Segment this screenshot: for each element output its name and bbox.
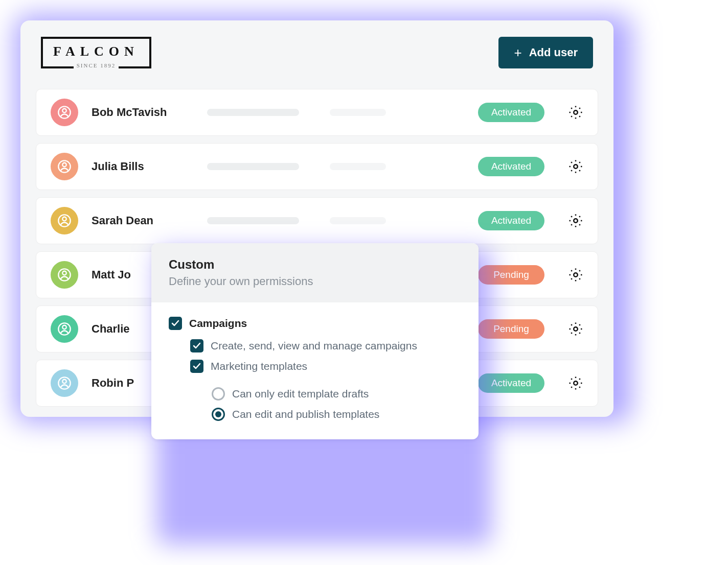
permission-item: Create, send, view and manage campaigns bbox=[190, 339, 461, 352]
status-badge: Activated bbox=[478, 157, 544, 176]
radio-edit-publish[interactable] bbox=[212, 408, 225, 421]
user-name: Sarah Dean bbox=[92, 214, 194, 227]
brand-logo: FALCON SINCE 1892 bbox=[41, 37, 151, 68]
radio-label: Can only edit template drafts bbox=[232, 388, 369, 400]
radio-group: Can only edit template drafts Can edit a… bbox=[212, 387, 461, 421]
popover-header: Custom Define your own permissions bbox=[151, 243, 479, 302]
gear-icon[interactable] bbox=[568, 105, 583, 120]
permission-group: Campaigns bbox=[169, 317, 461, 330]
svg-point-10 bbox=[62, 271, 66, 275]
radio-option: Can edit and publish templates bbox=[212, 408, 461, 421]
svg-point-5 bbox=[574, 164, 578, 169]
permissions-popover: Custom Define your own permissions Campa… bbox=[151, 243, 479, 439]
gear-icon[interactable] bbox=[568, 213, 583, 228]
avatar bbox=[51, 153, 78, 180]
svg-point-8 bbox=[574, 219, 578, 223]
avatar bbox=[51, 207, 78, 234]
brand-tagline: SINCE 1892 bbox=[74, 62, 119, 68]
user-row: Sarah DeanActivated bbox=[36, 197, 598, 244]
gear-icon[interactable] bbox=[568, 267, 583, 282]
permission-group-label: Campaigns bbox=[189, 317, 247, 329]
popover-subtitle: Define your own permissions bbox=[169, 275, 461, 288]
svg-point-4 bbox=[62, 163, 66, 167]
user-row: Bob McTavishActivated bbox=[36, 89, 598, 136]
permission-children: Create, send, view and manage campaigns … bbox=[190, 339, 461, 421]
status-badge: Activated bbox=[478, 211, 544, 230]
placeholder-content bbox=[207, 109, 465, 116]
avatar bbox=[51, 369, 78, 397]
avatar bbox=[51, 261, 78, 289]
radio-edit-drafts[interactable] bbox=[212, 387, 225, 401]
placeholder-content bbox=[207, 163, 465, 170]
status-badge: Activated bbox=[478, 103, 544, 122]
avatar bbox=[51, 99, 78, 126]
user-name: Bob McTavish bbox=[92, 106, 194, 119]
svg-point-13 bbox=[62, 325, 66, 329]
gear-icon[interactable] bbox=[568, 321, 583, 337]
radio-option: Can only edit template drafts bbox=[212, 387, 461, 401]
svg-point-16 bbox=[62, 380, 66, 383]
add-user-label: Add user bbox=[529, 46, 578, 59]
user-row: Julia BillsActivated bbox=[36, 143, 598, 190]
gear-icon[interactable] bbox=[568, 375, 583, 391]
checkbox-marketing-templates[interactable] bbox=[190, 360, 203, 373]
popover-title: Custom bbox=[169, 257, 461, 272]
svg-point-14 bbox=[574, 327, 578, 331]
panel-header: FALCON SINCE 1892 + Add user bbox=[20, 20, 613, 89]
permission-label: Create, send, view and manage campaigns bbox=[211, 340, 417, 352]
svg-point-1 bbox=[62, 109, 66, 112]
svg-point-2 bbox=[574, 110, 578, 114]
radio-label: Can edit and publish templates bbox=[232, 408, 379, 420]
svg-point-11 bbox=[574, 273, 578, 277]
plus-icon: + bbox=[514, 46, 521, 59]
user-name: Julia Bills bbox=[92, 160, 194, 173]
popover-body: Campaigns Create, send, view and manage … bbox=[151, 302, 479, 439]
placeholder-content bbox=[207, 217, 465, 224]
gear-icon[interactable] bbox=[568, 159, 583, 174]
avatar bbox=[51, 315, 78, 343]
checkbox-campaigns[interactable] bbox=[169, 317, 182, 330]
svg-point-17 bbox=[574, 381, 578, 385]
add-user-button[interactable]: + Add user bbox=[498, 37, 593, 68]
permission-label: Marketing templates bbox=[211, 360, 307, 372]
svg-point-7 bbox=[62, 217, 66, 221]
permission-item: Marketing templates bbox=[190, 360, 461, 373]
checkbox-create-campaigns[interactable] bbox=[190, 339, 203, 352]
